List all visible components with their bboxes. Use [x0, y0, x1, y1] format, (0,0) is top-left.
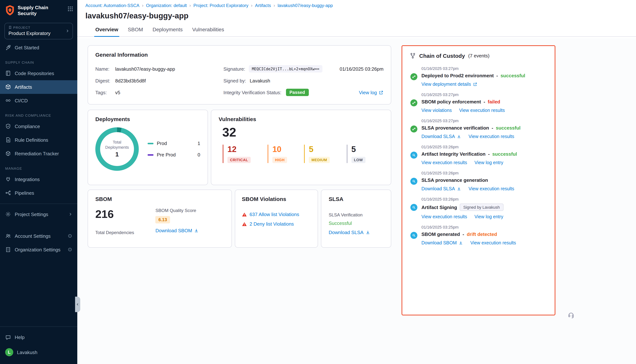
view-execution-results-link[interactable]: View execution results — [459, 108, 505, 113]
sidebar-item-artifacts[interactable]: Artifacts — [0, 80, 77, 94]
sidebar-item-organization-settings[interactable]: Organization Settings — [0, 243, 77, 256]
support-chat-icon[interactable] — [568, 312, 574, 319]
breadcrumb-current[interactable]: lavakush07/easy-buggy-app — [278, 3, 333, 8]
view-log-entry-link[interactable]: View log entry — [474, 160, 503, 165]
vuln-stat-low: 5 LOW — [346, 145, 365, 163]
pipeline-icon — [5, 190, 11, 196]
chain-of-custody-panel: Chain of Custody (7 events) 01/16/2025 0… — [402, 45, 556, 316]
chain-event: 01/16/2025 03:27pm SBOM policy enforceme… — [410, 92, 547, 113]
sidebar-item-integrations[interactable]: Integrations — [0, 172, 77, 186]
sidebar-item-label: Account Settings — [15, 233, 50, 239]
view-log-link[interactable]: View log — [359, 90, 384, 95]
package-icon — [5, 84, 11, 90]
apps-grid-icon[interactable] — [68, 6, 73, 12]
tab-deployments[interactable]: Deployments — [148, 23, 187, 36]
tags-label: Tags: — [95, 90, 112, 95]
sidebar-item-code-repositories[interactable]: Code Repositories — [0, 66, 77, 80]
deny-list-violations-link[interactable]: 2 Deny list Violations — [250, 221, 294, 227]
sidebar-collapse-handle[interactable] — [75, 297, 80, 312]
download-icon — [194, 228, 199, 233]
app-logo-shield-icon — [5, 5, 15, 16]
view-execution-results-link[interactable]: View execution results — [422, 214, 467, 219]
scan-step-icon — [410, 204, 418, 211]
user-name: Lavakush — [17, 350, 37, 355]
download-sbom-link[interactable]: Download SBOM — [422, 240, 463, 246]
deployments-legend: Prod 1 Pre Prod 0 — [148, 140, 200, 158]
download-icon — [458, 241, 463, 245]
download-slsa-link[interactable]: Download SLSA — [422, 134, 461, 139]
signature-value[interactable]: MEQCICde2VjIT...bL+2+mqnOXw== — [249, 65, 322, 72]
cube-icon — [5, 150, 11, 156]
pipeline-step-icon — [410, 99, 418, 106]
pipeline-step-icon — [410, 126, 418, 132]
view-execution-results-link[interactable]: View execution results — [422, 160, 467, 165]
breadcrumb-separator: › — [251, 3, 252, 8]
chain-event: 01/16/2025 03:25pm SBOM generated - drif… — [410, 225, 547, 246]
view-deployment-details-link[interactable]: View deployment details — [422, 82, 477, 87]
breadcrumb-project[interactable]: Project: Product Exploratory — [194, 3, 248, 8]
chain-event: 01/16/2025 03:27pm SLSA provenance verif… — [410, 118, 547, 139]
sidebar-item-label: Compliance — [15, 124, 40, 129]
allow-list-violations-link[interactable]: 637 Allow list Violations — [250, 212, 299, 217]
chain-events-list: 01/16/2025 03:27pm Deployed to Prod2 env… — [410, 66, 547, 246]
card-title: SBOM — [95, 196, 224, 202]
sidebar-item-account-settings[interactable]: Account Settings — [0, 229, 77, 243]
info-icon — [68, 247, 72, 252]
sidebar-item-remediation-tracker[interactable]: Remediation Tracker — [0, 147, 77, 160]
divider — [0, 203, 77, 204]
card-title: General Information — [95, 52, 384, 58]
breadcrumb-separator: › — [142, 3, 144, 8]
external-link-icon — [379, 90, 384, 95]
sidebar-item-rule-definitions[interactable]: Rule Definitions — [0, 133, 77, 147]
scan-step-icon — [410, 152, 418, 159]
project-name: Product Exploratory — [8, 30, 69, 36]
tab-overview[interactable]: Overview — [90, 23, 123, 36]
view-execution-results-link[interactable]: View execution results — [468, 134, 514, 139]
sidebar: Supply Chain Security PROJECT Product Ex… — [0, 0, 77, 364]
sidebar-item-cicd[interactable]: CI/CD — [0, 94, 77, 107]
preprod-swatch — [148, 154, 154, 156]
breadcrumb-artifacts[interactable]: Artifacts — [255, 3, 271, 8]
tab-sbom[interactable]: SBOM — [123, 23, 148, 36]
card-title: Deployments — [95, 116, 200, 122]
app-title: Supply Chain Security — [18, 5, 48, 17]
repository-icon — [5, 70, 11, 76]
slsa-verification-label: SLSA Verification — [329, 212, 384, 218]
content: General Information Name: lavakush07/eas… — [77, 38, 636, 364]
sidebar-item-label: Integrations — [15, 176, 40, 182]
tabs: Overview SBOM Deployments Vulnerabilitie… — [77, 23, 636, 37]
breadcrumb-organization[interactable]: Organization: default — [146, 3, 187, 8]
view-log-entry-link[interactable]: View log entry — [474, 214, 503, 219]
view-execution-results-link[interactable]: View execution results — [468, 186, 514, 192]
download-sbom-link[interactable]: Download SBOM — [156, 228, 199, 233]
sidebar-item-pipelines[interactable]: Pipelines — [0, 186, 77, 200]
breadcrumb-separator: › — [274, 3, 275, 8]
vuln-stat-critical: 12 CRITICAL — [223, 145, 251, 163]
avatar: L — [5, 348, 13, 356]
signature-timestamp: 01/16/2025 03:26pm — [340, 66, 384, 72]
chain-event: 01/16/2025 03:26pm Artifact Integrity Ve… — [410, 145, 547, 165]
legend-item-prod: Prod 1 — [148, 140, 200, 146]
info-icon — [68, 234, 72, 238]
vulnerabilities-card: Vulnerabilities 32 12 CRITICAL 10 HIGH — [211, 110, 391, 185]
download-icon — [365, 230, 370, 235]
breadcrumb-account[interactable]: Account: Automation-SSCA — [86, 3, 140, 8]
project-selector[interactable]: PROJECT Product Exploratory — [4, 23, 73, 39]
sidebar-item-compliance[interactable]: Compliance — [0, 120, 77, 133]
shield-check-icon — [5, 123, 11, 129]
external-link-icon — [473, 82, 477, 86]
sidebar-item-get-started[interactable]: Get Started — [0, 41, 77, 54]
vuln-stat-high: 10 HIGH — [268, 145, 287, 163]
download-slsa-link[interactable]: Download SLSA — [329, 230, 370, 235]
download-slsa-link[interactable]: Download SLSA — [422, 186, 461, 192]
view-violations-link[interactable]: View violations — [422, 108, 452, 113]
tab-vulnerabilities[interactable]: Vulnerabilities — [187, 23, 229, 36]
sidebar-item-help[interactable]: Help — [0, 330, 77, 344]
sidebar-item-project-settings[interactable]: Project Settings — [0, 208, 77, 221]
project-selector-label: PROJECT — [8, 26, 69, 29]
user-menu[interactable]: L Lavakush — [0, 344, 77, 360]
breadcrumb: Account: Automation-SSCA › Organization:… — [86, 3, 636, 8]
sidebar-item-label: Project Settings — [15, 212, 48, 217]
view-execution-results-link[interactable]: View execution results — [470, 240, 516, 246]
signature-label: Signature: — [224, 66, 245, 72]
